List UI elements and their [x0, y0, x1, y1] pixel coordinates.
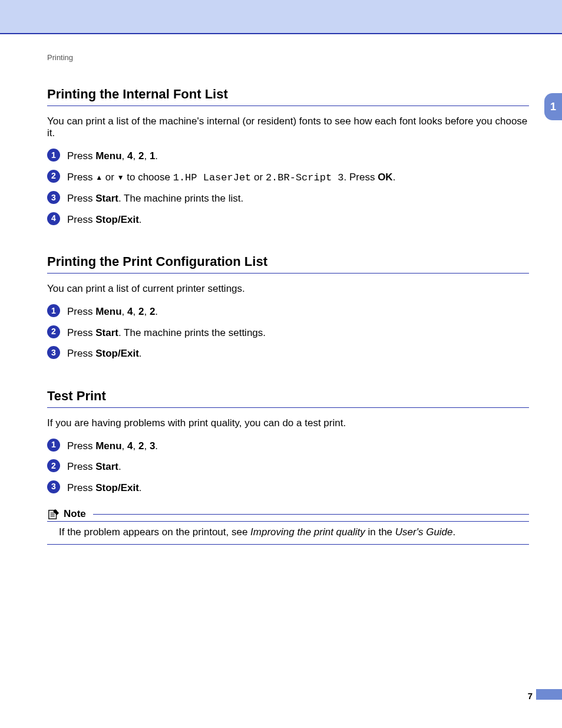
note-label: Note: [64, 508, 86, 520]
intro-config-list: You can print a list of current printer …: [47, 283, 529, 295]
down-arrow-icon: ▼: [117, 173, 124, 182]
note-rule: [93, 514, 529, 515]
step-text: Press Stop/Exit.: [67, 212, 529, 228]
note-block: Note If the problem appears on the print…: [47, 508, 529, 545]
step-number-icon: 4: [47, 212, 60, 225]
step-number-icon: 3: [47, 346, 60, 359]
heading-config-list: Printing the Print Configuration List: [47, 254, 529, 274]
step-number-icon: 3: [47, 191, 60, 204]
step: 3 Press Start. The machine prints the li…: [47, 191, 529, 206]
breadcrumb: Printing: [47, 53, 529, 62]
section-font-list: Printing the Internal Font List You can …: [47, 87, 529, 227]
step: 1 Press Menu, 4, 2, 1.: [47, 149, 529, 164]
heading-test-print: Test Print: [47, 388, 529, 408]
step-number-icon: 2: [47, 325, 60, 338]
step: 3 Press Stop/Exit.: [47, 346, 529, 361]
page-number: 7: [528, 691, 533, 701]
section-config-list: Printing the Print Configuration List Yo…: [47, 254, 529, 361]
intro-font-list: You can print a list of the machine's in…: [47, 116, 529, 139]
step-text: Press Start.: [67, 459, 529, 475]
up-arrow-icon: ▲: [95, 173, 103, 182]
chapter-tab: 1: [544, 93, 562, 120]
note-text: If the problem appears on the printout, …: [47, 522, 529, 545]
step-text: Press Stop/Exit.: [67, 480, 529, 496]
page-content: Printing Printing the Internal Font List…: [0, 53, 562, 545]
page-number-bar: [536, 689, 562, 700]
step: 2 Press Start.: [47, 459, 529, 475]
step-text: Press Menu, 4, 2, 1.: [67, 149, 529, 164]
step-text: Press Start. The machine prints the sett…: [67, 325, 529, 341]
section-test-print: Test Print If you are having problems wi…: [47, 388, 529, 545]
step-text: Press Stop/Exit.: [67, 346, 529, 361]
step: 1 Press Menu, 4, 2, 3.: [47, 439, 529, 454]
intro-test-print: If you are having problems with print qu…: [47, 417, 529, 429]
step: 1 Press Menu, 4, 2, 2.: [47, 304, 529, 319]
step-text: Press ▲ or ▼ to choose 1.HP LaserJet or …: [67, 170, 529, 186]
step-number-icon: 1: [47, 149, 60, 162]
step-number-icon: 1: [47, 439, 60, 452]
step-number-icon: 3: [47, 480, 60, 493]
step-text: Press Menu, 4, 2, 3.: [67, 439, 529, 454]
top-banner: [0, 0, 562, 34]
heading-font-list: Printing the Internal Font List: [47, 87, 529, 106]
step-number-icon: 1: [47, 304, 60, 317]
step: 3 Press Stop/Exit.: [47, 480, 529, 496]
step: 4 Press Stop/Exit.: [47, 212, 529, 228]
step-text: Press Start. The machine prints the list…: [67, 191, 529, 206]
step: 2 Press Start. The machine prints the se…: [47, 325, 529, 341]
step-number-icon: 2: [47, 170, 60, 183]
step: 2 Press ▲ or ▼ to choose 1.HP LaserJet o…: [47, 170, 529, 186]
step-text: Press Menu, 4, 2, 2.: [67, 304, 529, 319]
step-number-icon: 2: [47, 459, 60, 472]
note-icon: [47, 508, 60, 520]
